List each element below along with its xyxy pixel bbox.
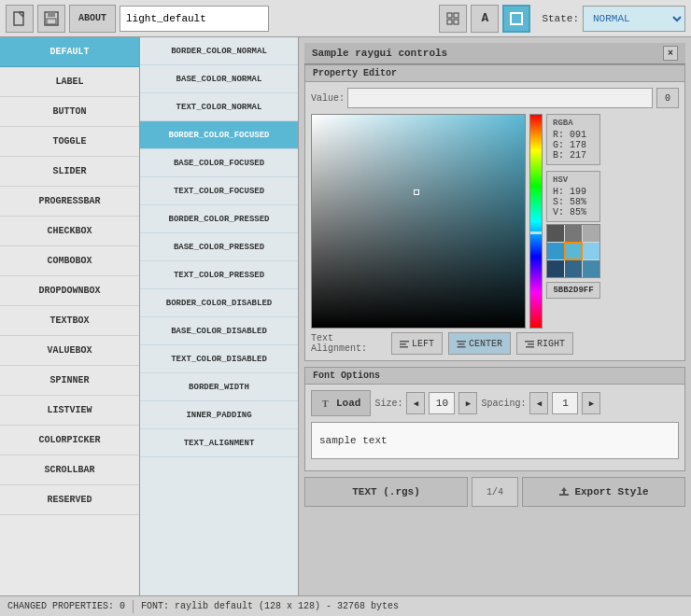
state-label: State: [542,13,579,24]
text-rgs-label: TEXT (.rgs) [352,486,420,497]
control-item-textbox[interactable]: TEXTBOX [0,306,139,336]
value-input[interactable] [347,88,653,108]
control-item-dropdownbox[interactable]: DROPDOWNBOX [0,276,139,306]
font-size-increase-button[interactable]: ▶ [458,392,477,414]
box-icon [510,12,523,25]
svg-marker-23 [561,487,567,494]
text-rgs-button[interactable]: TEXT (.rgs) [304,477,468,507]
property-border-color-disabled[interactable]: BORDER_COLOR_DISABLED [140,289,298,317]
spacing-label: Spacing: [481,399,526,409]
svg-rect-15 [457,341,466,343]
property-text-color-focused[interactable]: TEXT_COLOR_FOCUSED [140,177,298,205]
sample-close-button[interactable]: × [663,46,678,61]
about-button[interactable]: ABOUT [69,5,116,33]
property-border-width[interactable]: BORDER_WIDTH [140,373,298,401]
svg-rect-13 [400,343,406,345]
svg-rect-11 [511,13,522,24]
spacing-value: 1 [552,392,578,414]
color-swatch[interactable] [565,243,582,259]
rgba-box: RGBA R: 091 G: 178 B: 217 [546,114,600,165]
filename-input[interactable]: light_default [120,6,269,32]
color-swatch[interactable] [547,243,564,259]
color-swatch[interactable] [583,225,599,242]
box-view-button[interactable] [502,5,530,33]
property-base-color-pressed[interactable]: BASE_COLOR_PRESSED [140,233,298,261]
control-item-listview[interactable]: LISTVIEW [0,396,139,426]
control-item-reserved[interactable]: RESERVED [0,485,139,515]
property-border-color-focused[interactable]: BORDER_COLOR_FOCUSED [140,121,298,149]
property-border-color-normal[interactable]: BORDER_COLOR_NORMAL [140,37,298,65]
svg-rect-22 [559,494,569,496]
font-load-button[interactable]: T Load [311,390,371,416]
save-button[interactable] [37,5,65,33]
property-text-color-pressed[interactable]: TEXT_COLOR_PRESSED [140,261,298,289]
control-item-button[interactable]: BUTTON [0,97,139,127]
control-item-spinner[interactable]: SPINNER [0,366,139,396]
control-item-combobox[interactable]: COMBOBOX [0,246,139,276]
page-indicator: 1/4 [472,477,518,507]
align-center-button[interactable]: CENTER [448,332,511,355]
hue-strip[interactable] [529,114,543,329]
svg-rect-10 [454,20,458,24]
property-editor-content: Value: 0 [305,82,684,360]
hsv-title: HSV [553,175,594,185]
color-swatch[interactable] [565,260,582,277]
control-item-checkbox[interactable]: CHECKBOX [0,217,139,246]
new-icon [12,11,27,26]
color-swatch[interactable] [583,260,599,277]
text-icon: A [481,11,488,25]
swatches-area: 5BB2D9FF [546,224,600,299]
property-editor-box: Property Editor Value: 0 [304,64,685,361]
align-right-button[interactable]: RIGHT [516,332,573,355]
align-left-button[interactable]: LEFT [391,332,443,355]
hsv-box: HSV H: 199 S: 58% V: 85% [546,171,600,222]
new-button[interactable] [6,5,34,33]
property-text-color-disabled[interactable]: TEXT_COLOR_DISABLED [140,345,298,373]
font-options-title: Font Options [305,368,684,385]
property-border-color-pressed[interactable]: BORDER_COLOR_PRESSED [140,205,298,233]
color-swatch[interactable] [547,260,564,277]
spacing-increase-button[interactable]: ▶ [582,392,600,414]
bottom-buttons: TEXT (.rgs) 1/4 Export Style [304,477,685,507]
export-style-label: Export Style [574,486,648,497]
font-info-status: FONT: raylib default (128 x 128) - 32768… [141,601,399,611]
control-item-default[interactable]: DEFAULT [0,37,139,67]
rgba-b-row: B: 217 [553,150,594,161]
text-view-button[interactable]: A [471,5,499,33]
color-swatch[interactable] [565,225,582,242]
property-base-color-focused[interactable]: BASE_COLOR_FOCUSED [140,149,298,177]
color-swatch[interactable] [583,243,599,259]
property-base-color-normal[interactable]: BASE_COLOR_NORMAL [140,65,298,93]
align-right-label: RIGHT [537,339,565,349]
state-select[interactable]: NORMAL FOCUSED PRESSED DISABLED [583,6,685,32]
control-item-progressbar[interactable]: PROGRESSBAR [0,187,139,217]
control-item-valuebox[interactable]: VALUEBOX [0,336,139,366]
control-item-colorpicker[interactable]: COLORPICKER [0,426,139,455]
font-icon: T [321,398,332,409]
property-base-color-disabled[interactable]: BASE_COLOR_DISABLED [140,317,298,345]
hsv-s-row: S: 58% [553,197,594,207]
sample-panel-title: Sample raygui controls [312,48,447,59]
about-label: ABOUT [78,13,106,23]
property-inner-padding[interactable]: INNER_PADDING [140,401,298,429]
property-text-color-normal[interactable]: TEXT_COLOR_NORMAL [140,93,298,121]
zero-button[interactable]: 0 [656,88,679,108]
grid-view-button[interactable] [439,5,467,33]
control-item-slider[interactable]: SLIDER [0,157,139,187]
color-gradient[interactable] [311,114,526,329]
control-item-scrollbar[interactable]: SCROLLBAR [0,455,139,485]
spacing-decrease-button[interactable]: ◀ [529,392,548,414]
svg-rect-17 [458,346,466,348]
font-controls-row: T Load Size: ◀ 10 ▶ Spacing: ◀ 1 ▶ [311,390,679,416]
property-text-alignment[interactable]: TEXT_ALIGNMENT [140,429,298,457]
align-left-icon [400,339,409,348]
status-divider [133,600,134,613]
control-item-toggle[interactable]: TOGGLE [0,127,139,157]
color-swatch[interactable] [547,225,564,242]
rgba-g-row: G: 178 [553,140,594,150]
font-size-decrease-button[interactable]: ◀ [406,392,425,414]
font-size-label: Size: [374,399,402,409]
control-item-label[interactable]: LABEL [0,67,139,97]
export-style-button[interactable]: Export Style [522,477,685,507]
property-editor-title: Property Editor [305,65,684,82]
